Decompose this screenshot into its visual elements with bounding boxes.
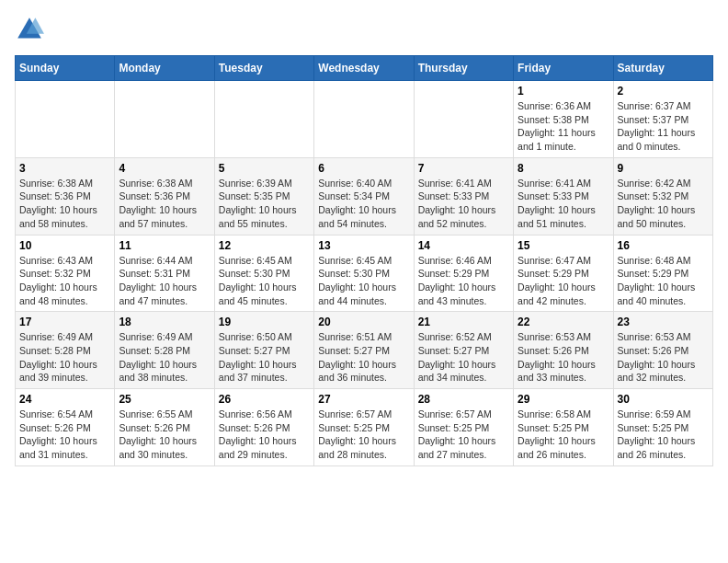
calendar-cell: 18Sunrise: 6:49 AM Sunset: 5:28 PM Dayli… xyxy=(115,312,214,389)
calendar-week-row: 17Sunrise: 6:49 AM Sunset: 5:28 PM Dayli… xyxy=(16,312,713,389)
day-info: Sunrise: 6:51 AM Sunset: 5:27 PM Dayligh… xyxy=(318,330,409,385)
calendar-header-row: SundayMondayTuesdayWednesdayThursdayFrid… xyxy=(16,56,713,81)
day-info: Sunrise: 6:58 AM Sunset: 5:25 PM Dayligh… xyxy=(518,408,609,462)
day-info: Sunrise: 6:48 AM Sunset: 5:29 PM Dayligh… xyxy=(618,254,709,308)
day-number: 14 xyxy=(418,239,509,252)
calendar-day-header: Tuesday xyxy=(214,56,313,81)
calendar-day-header: Monday xyxy=(115,56,214,81)
calendar-cell: 2Sunrise: 6:37 AM Sunset: 5:37 PM Daylig… xyxy=(613,81,712,158)
day-number: 13 xyxy=(318,239,409,252)
day-info: Sunrise: 6:42 AM Sunset: 5:32 PM Dayligh… xyxy=(618,177,709,231)
day-number: 28 xyxy=(418,393,509,406)
day-number: 30 xyxy=(618,393,709,406)
day-info: Sunrise: 6:52 AM Sunset: 5:27 PM Dayligh… xyxy=(418,330,509,385)
day-number: 5 xyxy=(219,162,310,175)
calendar-cell: 29Sunrise: 6:58 AM Sunset: 5:25 PM Dayli… xyxy=(514,389,613,466)
day-number: 6 xyxy=(318,162,409,175)
day-number: 3 xyxy=(19,162,110,175)
calendar-cell: 4Sunrise: 6:38 AM Sunset: 5:36 PM Daylig… xyxy=(115,157,214,235)
calendar-cell xyxy=(214,81,313,158)
day-info: Sunrise: 6:45 AM Sunset: 5:30 PM Dayligh… xyxy=(318,254,409,308)
calendar-cell: 14Sunrise: 6:46 AM Sunset: 5:29 PM Dayli… xyxy=(414,235,513,312)
day-info: Sunrise: 6:49 AM Sunset: 5:28 PM Dayligh… xyxy=(119,330,210,385)
day-info: Sunrise: 6:39 AM Sunset: 5:35 PM Dayligh… xyxy=(219,177,310,231)
calendar-day-header: Wednesday xyxy=(314,56,414,81)
day-number: 26 xyxy=(219,393,310,406)
calendar-cell: 12Sunrise: 6:45 AM Sunset: 5:30 PM Dayli… xyxy=(214,235,313,312)
day-info: Sunrise: 6:49 AM Sunset: 5:28 PM Dayligh… xyxy=(19,330,110,385)
calendar-cell: 20Sunrise: 6:51 AM Sunset: 5:27 PM Dayli… xyxy=(314,312,414,389)
calendar-cell: 15Sunrise: 6:47 AM Sunset: 5:29 PM Dayli… xyxy=(514,235,613,312)
day-number: 10 xyxy=(19,239,110,252)
calendar-cell: 13Sunrise: 6:45 AM Sunset: 5:30 PM Dayli… xyxy=(314,235,414,312)
day-number: 19 xyxy=(219,316,310,328)
calendar-week-row: 24Sunrise: 6:54 AM Sunset: 5:26 PM Dayli… xyxy=(16,389,713,466)
calendar-cell: 21Sunrise: 6:52 AM Sunset: 5:27 PM Dayli… xyxy=(414,312,513,389)
day-number: 20 xyxy=(318,316,409,328)
logo xyxy=(15,15,48,44)
day-info: Sunrise: 6:37 AM Sunset: 5:37 PM Dayligh… xyxy=(618,99,709,154)
day-number: 18 xyxy=(119,316,210,328)
day-info: Sunrise: 6:55 AM Sunset: 5:26 PM Dayligh… xyxy=(119,408,210,462)
day-number: 12 xyxy=(219,239,310,252)
calendar-cell: 3Sunrise: 6:38 AM Sunset: 5:36 PM Daylig… xyxy=(16,157,115,235)
calendar-cell: 22Sunrise: 6:53 AM Sunset: 5:26 PM Dayli… xyxy=(514,312,613,389)
day-number: 9 xyxy=(618,162,709,175)
day-number: 21 xyxy=(418,316,509,328)
day-info: Sunrise: 6:38 AM Sunset: 5:36 PM Dayligh… xyxy=(119,177,210,231)
calendar-cell: 24Sunrise: 6:54 AM Sunset: 5:26 PM Dayli… xyxy=(16,389,115,466)
day-info: Sunrise: 6:41 AM Sunset: 5:33 PM Dayligh… xyxy=(418,177,509,231)
day-number: 7 xyxy=(418,162,509,175)
day-number: 29 xyxy=(518,393,609,406)
day-number: 8 xyxy=(518,162,609,175)
calendar-week-row: 10Sunrise: 6:43 AM Sunset: 5:32 PM Dayli… xyxy=(16,235,713,312)
calendar-cell xyxy=(414,81,513,158)
day-number: 1 xyxy=(518,85,609,98)
calendar-cell xyxy=(314,81,414,158)
calendar-cell: 23Sunrise: 6:53 AM Sunset: 5:26 PM Dayli… xyxy=(613,312,712,389)
calendar-cell: 25Sunrise: 6:55 AM Sunset: 5:26 PM Dayli… xyxy=(115,389,214,466)
calendar-cell: 19Sunrise: 6:50 AM Sunset: 5:27 PM Dayli… xyxy=(214,312,313,389)
day-info: Sunrise: 6:46 AM Sunset: 5:29 PM Dayligh… xyxy=(418,254,509,308)
calendar-cell: 26Sunrise: 6:56 AM Sunset: 5:26 PM Dayli… xyxy=(214,389,313,466)
day-info: Sunrise: 6:53 AM Sunset: 5:26 PM Dayligh… xyxy=(518,330,609,385)
day-info: Sunrise: 6:56 AM Sunset: 5:26 PM Dayligh… xyxy=(219,408,310,462)
day-info: Sunrise: 6:36 AM Sunset: 5:38 PM Dayligh… xyxy=(518,99,609,154)
day-info: Sunrise: 6:59 AM Sunset: 5:25 PM Dayligh… xyxy=(618,408,709,462)
day-info: Sunrise: 6:57 AM Sunset: 5:25 PM Dayligh… xyxy=(318,408,409,462)
day-info: Sunrise: 6:45 AM Sunset: 5:30 PM Dayligh… xyxy=(219,254,310,308)
calendar-cell: 5Sunrise: 6:39 AM Sunset: 5:35 PM Daylig… xyxy=(214,157,313,235)
day-number: 17 xyxy=(19,316,110,328)
calendar-cell: 17Sunrise: 6:49 AM Sunset: 5:28 PM Dayli… xyxy=(16,312,115,389)
day-info: Sunrise: 6:41 AM Sunset: 5:33 PM Dayligh… xyxy=(518,177,609,231)
calendar-day-header: Thursday xyxy=(414,56,513,81)
day-info: Sunrise: 6:47 AM Sunset: 5:29 PM Dayligh… xyxy=(518,254,609,308)
day-number: 2 xyxy=(618,85,709,98)
day-number: 11 xyxy=(119,239,210,252)
calendar-day-header: Sunday xyxy=(16,56,115,81)
day-number: 22 xyxy=(518,316,609,328)
calendar-cell: 1Sunrise: 6:36 AM Sunset: 5:38 PM Daylig… xyxy=(514,81,613,158)
calendar-cell: 7Sunrise: 6:41 AM Sunset: 5:33 PM Daylig… xyxy=(414,157,513,235)
day-number: 27 xyxy=(318,393,409,406)
day-info: Sunrise: 6:44 AM Sunset: 5:31 PM Dayligh… xyxy=(119,254,210,308)
day-info: Sunrise: 6:53 AM Sunset: 5:26 PM Dayligh… xyxy=(618,330,709,385)
day-info: Sunrise: 6:38 AM Sunset: 5:36 PM Dayligh… xyxy=(19,177,110,231)
calendar-day-header: Saturday xyxy=(613,56,712,81)
calendar-table: SundayMondayTuesdayWednesdayThursdayFrid… xyxy=(15,55,713,466)
calendar-week-row: 1Sunrise: 6:36 AM Sunset: 5:38 PM Daylig… xyxy=(16,81,713,158)
calendar-cell: 11Sunrise: 6:44 AM Sunset: 5:31 PM Dayli… xyxy=(115,235,214,312)
day-number: 23 xyxy=(618,316,709,328)
calendar-cell: 10Sunrise: 6:43 AM Sunset: 5:32 PM Dayli… xyxy=(16,235,115,312)
logo-icon xyxy=(15,15,44,44)
day-number: 24 xyxy=(19,393,110,406)
day-number: 16 xyxy=(618,239,709,252)
day-number: 15 xyxy=(518,239,609,252)
day-info: Sunrise: 6:40 AM Sunset: 5:34 PM Dayligh… xyxy=(318,177,409,231)
day-number: 25 xyxy=(119,393,210,406)
day-info: Sunrise: 6:50 AM Sunset: 5:27 PM Dayligh… xyxy=(219,330,310,385)
calendar-week-row: 3Sunrise: 6:38 AM Sunset: 5:36 PM Daylig… xyxy=(16,157,713,235)
calendar-cell: 9Sunrise: 6:42 AM Sunset: 5:32 PM Daylig… xyxy=(613,157,712,235)
calendar-cell: 27Sunrise: 6:57 AM Sunset: 5:25 PM Dayli… xyxy=(314,389,414,466)
calendar-cell: 6Sunrise: 6:40 AM Sunset: 5:34 PM Daylig… xyxy=(314,157,414,235)
